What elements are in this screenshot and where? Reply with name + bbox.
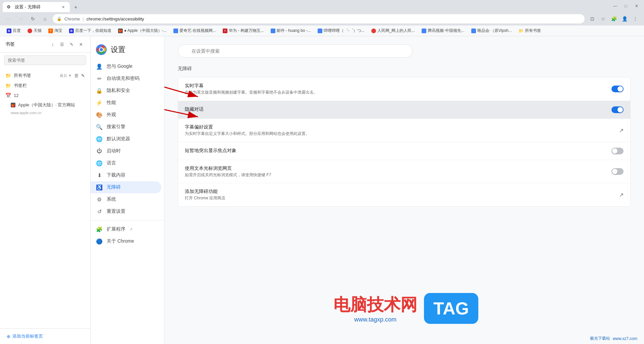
- caption-prefs-row[interactable]: 字幕偏好设置 为实时字幕自定义字幕大小和样式。部分应用和网站也会使用此设置。 ↗: [178, 119, 630, 142]
- maximize-button[interactable]: □: [621, 1, 631, 11]
- focus-highlight-row[interactable]: 短暂地突出显示焦点对象: [178, 142, 630, 160]
- hide-caption-row[interactable]: 隐藏对话: [178, 101, 630, 119]
- nav-item-performance[interactable]: ⚡ 性能: [91, 97, 161, 109]
- bookmark-label: 人民网_网上的人民...: [377, 28, 415, 34]
- sidebar-bookmark-apple[interactable]: 🍎 Apple（中国大陆）· 官方网站: [0, 100, 90, 110]
- nav-language-label: 语言: [107, 160, 116, 166]
- nav-browser-icon: 🌐: [96, 136, 103, 142]
- active-tab[interactable]: ⚙ 设置 - 无障碍 ✕: [3, 2, 70, 12]
- bookmark-bilibili[interactable]: 哔哩哔哩（゜-゜）つ...: [315, 27, 367, 35]
- sidebar-edit-button[interactable]: ✎: [67, 40, 75, 48]
- add-accessibility-info: 添加无障碍功能 打开 Chrome 应用商店: [185, 189, 619, 201]
- sidebar-bookmarks-bar-folder[interactable]: 📁 书签栏: [0, 81, 90, 91]
- nav-item-reset[interactable]: ↺ 重置设置: [91, 205, 161, 217]
- bookmark-label: 淘宝: [54, 28, 62, 34]
- caption-prefs-desc: 为实时字幕自定义字幕大小和样式。部分应用和网站也会使用此设置。: [185, 131, 619, 137]
- nav-appearance-label: 外观: [107, 112, 116, 118]
- hide-caption-name: 隐藏对话: [185, 106, 611, 112]
- bookmark-label: 天猫: [34, 28, 42, 34]
- add-accessibility-desc: 打开 Chrome 应用商店: [185, 195, 619, 201]
- tab-title: 设置 - 无障碍: [15, 4, 58, 10]
- sidebar-sort-button[interactable]: ↕: [49, 40, 57, 48]
- bookmark-label: 爱奇艺·在线视频网...: [179, 28, 216, 34]
- nav-autofill-label: 自动填充和密码: [107, 76, 140, 82]
- minimize-button[interactable]: —: [610, 1, 620, 11]
- nav-extensions-icon: 🧩: [96, 226, 103, 233]
- baidu2-favicon: B: [69, 29, 74, 33]
- sidebar-folder-all[interactable]: 📁 所有书签 最后 ▼ ☰ ✎: [0, 70, 90, 81]
- nav-item-google[interactable]: 👤 您与 Google: [91, 60, 161, 72]
- bookmark-baidu[interactable]: B 百度: [4, 27, 23, 35]
- sidebar-calendar-item[interactable]: 📅 12: [0, 91, 90, 100]
- bookmark-folder-icon: 📁: [519, 29, 524, 33]
- nav-search-label: 搜索引擎: [107, 124, 125, 130]
- vip-favicon: [471, 29, 476, 33]
- nav-item-browser[interactable]: 🌐 默认浏览器: [91, 133, 161, 145]
- nav-item-language[interactable]: 🌐 语言: [91, 157, 161, 169]
- sidebar-search-input[interactable]: [4, 55, 86, 65]
- sidebar-title: 书签: [5, 41, 46, 47]
- bookmark-iqiyi[interactable]: 爱奇艺·在线视频网...: [171, 27, 219, 35]
- settings-page: 设置 👤 您与 Google ✏ 自动填充和密码 🔒 隐私和安全: [91, 36, 644, 344]
- bookmark-mail[interactable]: 邮件 - huang bo -...: [268, 27, 314, 35]
- sidebar-header-actions: ↕ ☰ ✎ ✕: [49, 40, 85, 48]
- search-wrapper: 🔍: [178, 44, 413, 58]
- home-button[interactable]: ⌂: [40, 14, 50, 23]
- focus-highlight-toggle[interactable]: [611, 148, 624, 154]
- caret-browse-row[interactable]: 使用文本光标浏览网页 如需开启或关闭光标浏览模式，请使用快捷键 F7: [178, 160, 630, 184]
- nav-item-system[interactable]: ⚙ 系统: [91, 193, 161, 205]
- bookmark-people[interactable]: 人民网_网上的人民...: [369, 27, 418, 35]
- nav-item-privacy[interactable]: 🔒 隐私和安全: [91, 85, 161, 97]
- live-caption-toggle[interactable]: [611, 86, 624, 92]
- nav-item-startup[interactable]: ⏻ 启动时: [91, 145, 161, 157]
- nav-item-downloads[interactable]: ⬇ 下载内容: [91, 169, 161, 181]
- new-tab-button[interactable]: +: [71, 3, 80, 12]
- add-bookmark-button[interactable]: ⊕ 添加当前标签页: [4, 331, 86, 341]
- close-window-button[interactable]: ✕: [632, 1, 641, 11]
- sidebar-header: 书签 ↕ ☰ ✎ ✕: [0, 36, 90, 53]
- bookmark-all[interactable]: 📁 所有书签: [516, 27, 544, 35]
- nav-performance-label: 性能: [107, 100, 116, 106]
- huawei-favicon: H: [223, 29, 227, 33]
- bookmark-star-button[interactable]: ☆: [598, 14, 608, 23]
- sidebar-close-button[interactable]: ✕: [77, 40, 85, 48]
- nav-item-search[interactable]: 🔍 搜索引擎: [91, 121, 161, 133]
- bookmark-baidu2[interactable]: B 百度一下，你就知道: [66, 27, 114, 35]
- nav-item-appearance[interactable]: 🎨 外观: [91, 109, 161, 121]
- bookmark-tianmao[interactable]: 天猫: [25, 27, 44, 35]
- nav-accessibility-label: 无障碍: [107, 184, 121, 190]
- nav-item-about[interactable]: 🔵 关于 Chrome: [91, 235, 164, 247]
- bookmark-vip[interactable]: 唯品会·（原Vipsh...: [469, 27, 515, 35]
- bookmark-label: 腾讯视频·中国领先...: [428, 28, 464, 34]
- apple-bookmark-favicon: 🍎: [11, 103, 15, 107]
- caret-browse-toggle[interactable]: [611, 168, 624, 175]
- forward-button[interactable]: →: [16, 14, 25, 23]
- url-bar[interactable]: 🔒 Chrome | chrome://settings/accessibili…: [52, 14, 585, 24]
- nav-item-accessibility[interactable]: ♿ 无障碍: [91, 181, 161, 193]
- bookmark-label: 哔哩哔哩（゜-゜）つ...: [324, 28, 365, 34]
- nav-item-autofill[interactable]: ✏ 自动填充和密码: [91, 72, 161, 85]
- nav-item-extensions[interactable]: 🧩 扩展程序 ↗: [91, 223, 164, 235]
- extensions-button[interactable]: 🧩: [609, 14, 619, 23]
- focus-highlight-name: 短暂地突出显示焦点对象: [185, 148, 611, 154]
- bookmark-huawei[interactable]: H 华为 - 构建万物互...: [220, 27, 267, 35]
- back-button[interactable]: ←: [4, 14, 13, 23]
- bookmark-label: 百度: [13, 28, 21, 34]
- calendar-number: 12: [14, 93, 85, 98]
- refresh-button[interactable]: ↻: [28, 14, 38, 23]
- menu-button[interactable]: ⋮: [631, 14, 640, 23]
- bookmark-apple[interactable]: 🍎 ● Apple（中国大陆）-...: [115, 27, 169, 35]
- live-caption-desc: 自动为英文版音频和视频创建字幕。音频和字幕绝不会从设备中泄露出去。: [185, 90, 611, 95]
- bookmark-taobao[interactable]: T 淘宝: [46, 27, 65, 35]
- live-caption-row[interactable]: 实时字幕 自动为英文版音频和视频创建字幕。音频和字幕绝不会从设备中泄露出去。: [178, 78, 630, 101]
- settings-search-input[interactable]: [178, 44, 413, 58]
- cast-button[interactable]: ⊡: [588, 14, 597, 23]
- sidebar-list-button[interactable]: ☰: [58, 40, 66, 48]
- hide-caption-toggle[interactable]: [611, 106, 624, 113]
- nav-startup-icon: ⏻: [96, 148, 103, 154]
- add-accessibility-row[interactable]: 添加无障碍功能 打开 Chrome 应用商店 ↗: [178, 183, 630, 206]
- profile-button[interactable]: 👤: [620, 14, 629, 23]
- bookmark-tencent[interactable]: 腾讯视频·中国领先...: [419, 27, 467, 35]
- nav-startup-label: 启动时: [107, 148, 121, 154]
- tab-close-button[interactable]: ✕: [60, 4, 66, 10]
